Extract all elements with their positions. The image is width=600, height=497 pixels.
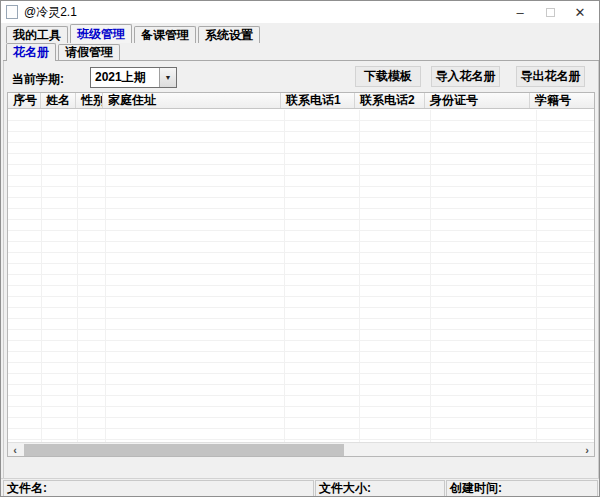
scrollbar-track[interactable] [22, 443, 580, 457]
column-header-address[interactable]: 家庭住址 [103, 93, 281, 108]
grid-column-line [105, 110, 106, 443]
subtab-leave-management[interactable]: 请假管理 [58, 44, 120, 60]
app-window: @冷灵2.1 – ✕ 我的工具 班级管理 备课管理 系统设置 花名册 请假管理 … [0, 0, 600, 497]
table-header: 序号 姓名 性别 家庭住址 联系电话1 联系电话2 身份证号 学籍号 [8, 93, 594, 109]
scroll-left-icon[interactable]: ‹ [8, 443, 22, 457]
grid-column-line [284, 110, 285, 443]
tab-my-tools[interactable]: 我的工具 [6, 26, 68, 43]
status-create-time: 创建时间: [446, 480, 598, 497]
export-roster-button[interactable]: 导出花名册 [516, 66, 585, 87]
download-template-button[interactable]: 下载模板 [355, 66, 421, 87]
chevron-down-icon[interactable]: ▼ [159, 68, 176, 87]
status-file-name: 文件名: [3, 480, 314, 497]
subtab-roster[interactable]: 花名册 [6, 43, 56, 61]
column-header-gender[interactable]: 性别 [76, 93, 103, 108]
grid-column-line [77, 110, 78, 443]
roster-table: 序号 姓名 性别 家庭住址 联系电话1 联系电话2 身份证号 学籍号 ‹ [7, 92, 595, 457]
table-body-empty[interactable] [8, 110, 594, 443]
sub-tab-strip: 花名册 请假管理 [3, 43, 599, 61]
column-header-name[interactable]: 姓名 [41, 93, 76, 108]
import-roster-button[interactable]: 导入花名册 [431, 66, 500, 87]
column-header-phone2[interactable]: 联系电话2 [355, 93, 425, 108]
semester-value: 2021上期 [91, 69, 159, 86]
scrollbar-thumb[interactable] [24, 444, 344, 456]
column-header-index[interactable]: 序号 [8, 93, 41, 108]
scroll-right-icon[interactable]: › [580, 443, 594, 457]
semester-select[interactable]: 2021上期 ▼ [90, 67, 177, 88]
grid-column-line [430, 110, 431, 443]
horizontal-scrollbar[interactable]: ‹ › [8, 442, 594, 456]
column-header-phone1[interactable]: 联系电话1 [281, 93, 355, 108]
maximize-button[interactable] [535, 1, 565, 23]
close-icon: ✕ [575, 5, 586, 20]
close-button[interactable]: ✕ [565, 1, 595, 23]
status-bar: 文件名: 文件大小: 创建时间: [1, 478, 600, 497]
semester-label: 当前学期: [12, 71, 64, 88]
tab-lesson-prep[interactable]: 备课管理 [134, 26, 196, 43]
grid-column-line [536, 110, 537, 443]
maximize-icon [546, 8, 555, 17]
grid-column-line [359, 110, 360, 443]
roster-page: 当前学期: 2021上期 ▼ 下载模板 导入花名册 导出花名册 序号 姓名 性别… [3, 61, 599, 478]
minimize-button[interactable]: – [505, 1, 535, 23]
column-header-id-card[interactable]: 身份证号 [425, 93, 530, 108]
app-icon [6, 5, 18, 19]
tab-system-settings[interactable]: 系统设置 [198, 26, 260, 43]
window-controls: – ✕ [505, 1, 595, 23]
status-file-size: 文件大小: [315, 480, 445, 497]
minimize-icon: – [516, 5, 523, 20]
tab-class-management[interactable]: 班级管理 [70, 24, 132, 43]
window-title: @冷灵2.1 [24, 4, 77, 21]
grid-column-line [41, 110, 42, 443]
main-tab-strip: 我的工具 班级管理 备课管理 系统设置 [3, 24, 599, 43]
column-header-student-id[interactable]: 学籍号 [530, 93, 594, 108]
title-bar: @冷灵2.1 – ✕ [1, 1, 599, 23]
